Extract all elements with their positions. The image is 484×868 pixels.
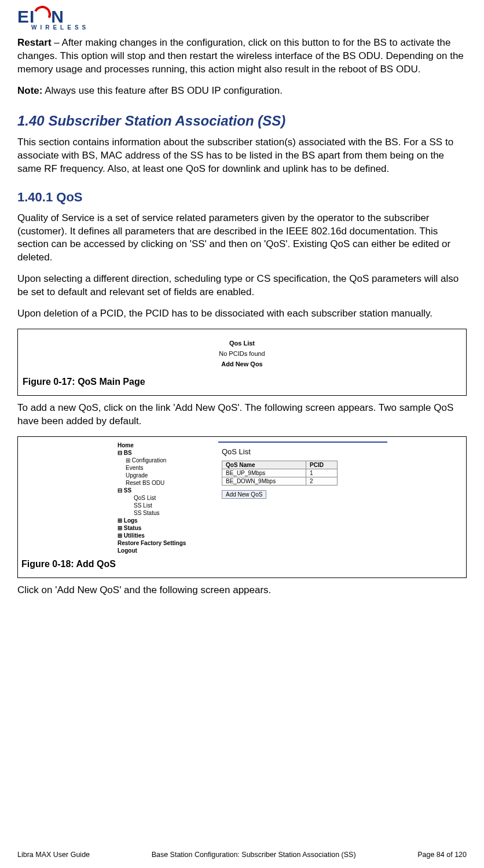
subsection-heading: 1.40.1 QoS [17,190,467,205]
nav-status[interactable]: Status [118,524,216,532]
note-text: Always use this feature after BS ODU IP … [42,85,283,96]
qos-p2: Upon selecting a different direction, sc… [17,273,467,299]
table-row[interactable]: BE_UP_9Mbps 1 [222,469,338,477]
fig17-msg: No PCIDs found [23,350,461,357]
nav-bs-events[interactable]: Events [118,464,216,472]
footer-left: Libra MAX User Guide [17,851,90,859]
logo-letter: N [51,8,63,25]
table-row[interactable]: BE_DOWN_9Mbps 2 [222,477,338,486]
nav-ss-qos[interactable]: QoS List [118,494,216,502]
section-intro: This section contains information about … [17,136,467,176]
col-pcid: PCID [306,461,338,469]
figure-18-box: Home BS Configuration Events Upgrade Res… [17,436,467,578]
after-fig18-text: Click on 'Add New QoS' and the following… [17,584,467,597]
footer-center: Base Station Configuration: Subscriber S… [152,851,356,859]
note-label: Note: [17,85,42,96]
figure-17-caption: Figure 0-17: QoS Main Page [23,377,461,387]
qos-p1: Quality of Service is a set of service r… [17,212,467,265]
logo-arc-icon [31,3,53,25]
panel-title: QoS List [222,447,384,456]
page-footer: Libra MAX User Guide Base Station Config… [17,851,467,859]
nav-logs[interactable]: Logs [118,517,216,524]
nav-logout[interactable]: Logout [118,547,216,554]
qos-table: QoS Name PCID BE_UP_9Mbps 1 BE_DOWN_9Mbp… [222,461,338,486]
logo-letter: E [17,8,28,25]
qos-panel: QoS List QoS Name PCID BE_UP_9Mbps 1 BE_… [218,442,387,501]
restart-label: Restart [17,37,52,48]
restart-text: – After making changes in the configurat… [17,37,464,75]
after-fig17-text: To add a new QoS, click on the link 'Add… [17,402,467,428]
nav-bs-upgrade[interactable]: Upgrade [118,472,216,479]
brand-logo: E I N WIRELESS [17,6,467,31]
footer-right: Page 84 of 120 [417,851,467,859]
nav-tree: Home BS Configuration Events Upgrade Res… [115,442,218,554]
nav-home[interactable]: Home [118,442,216,449]
fig17-title: Qos List [23,340,461,347]
figure-18-caption: Figure 0-18: Add QoS [21,559,463,569]
nav-restore[interactable]: Restore Factory Settings [118,539,216,547]
nav-bs[interactable]: BS [118,449,216,457]
nav-ss-list[interactable]: SS List [118,502,216,509]
qos-p3: Upon deletion of a PCID, the PCID has to… [17,307,467,321]
fig17-link: Add New Qos [23,361,461,367]
nav-bs-config[interactable]: Configuration [118,457,216,464]
note-paragraph: Note: Always use this feature after BS O… [17,84,467,98]
section-heading: 1.40 Subscriber Station Association (SS) [17,113,467,129]
nav-bs-reset[interactable]: Reset BS ODU [118,479,216,487]
nav-ss[interactable]: SS [118,487,216,494]
nav-utilities[interactable]: Utilities [118,532,216,539]
logo-letter: I [30,8,34,25]
restart-paragraph: Restart – After making changes in the co… [17,36,467,76]
logo-subtext: WIRELESS [31,24,467,31]
figure-17-box: Qos List No PCIDs found Add New Qos Figu… [17,329,467,396]
add-new-qos-button[interactable]: Add New QoS [222,490,266,499]
col-qosname: QoS Name [222,461,306,469]
nav-ss-status[interactable]: SS Status [118,509,216,517]
